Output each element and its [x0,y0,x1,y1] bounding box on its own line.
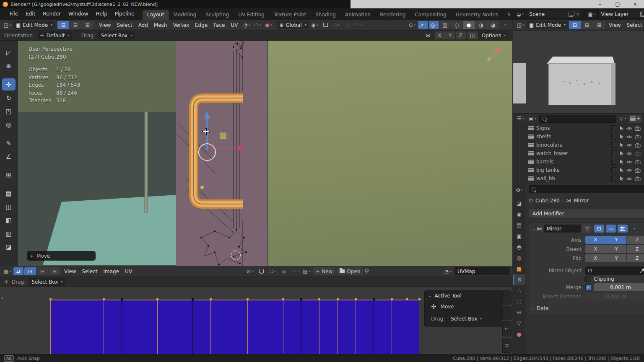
tool-select-box[interactable]: ◸ [2,47,16,59]
drag-setting-dropdown[interactable]: Select Box [99,31,135,39]
snap-target-dropdown[interactable]: ∷ [332,21,342,29]
uv-face-strip[interactable] [407,300,419,354]
menu-file[interactable]: File [6,8,22,20]
tool-rotate[interactable]: ↻ [2,92,16,104]
editor-type-uv-icon[interactable]: ▦ [3,267,13,275]
secondary-viewport[interactable] [513,31,644,113]
options-dropdown[interactable]: Options [479,31,508,39]
cursor-select-icon[interactable] [620,176,624,181]
uv-snap-toggle[interactable] [256,267,266,275]
particles-tab[interactable]: ∴ [513,285,525,296]
collapse-icon[interactable]: ⌄ [532,227,535,231]
new-view-layer-icon[interactable] [640,12,644,17]
snap-toggle[interactable] [321,21,331,29]
uv-face-strip[interactable] [122,300,157,354]
uv-vertex-dot[interactable] [406,298,408,300]
uv-sync-select-toggle[interactable]: ⇄ [13,267,23,275]
edge-select-mode-button[interactable]: ⊟ [581,21,593,29]
clipping-checkbox[interactable] [585,276,591,282]
tool-inset-faces[interactable]: ◫ [2,201,16,213]
uv-vertex-dot[interactable] [318,298,320,300]
eyedropper-icon[interactable] [640,268,644,273]
uv-vertex-dot[interactable] [355,298,357,300]
tool-measure[interactable]: ∠ [2,150,16,163]
flip-y-toggle[interactable]: Y [606,254,627,262]
visibility-dropdown[interactable]: ⊙ [407,21,417,29]
exclude-checkbox[interactable] [611,176,617,181]
uv-menu-view[interactable]: View [61,269,79,274]
viewport-menu-view[interactable]: View [96,22,114,28]
outliner-search-input[interactable] [539,115,616,123]
edge-select-mode-button[interactable]: ⊟ [70,21,81,29]
vertex-select-mode-button[interactable]: ⊡ [57,21,69,29]
uv-sidebar-tab-blank-0[interactable] [502,290,512,305]
collection-name[interactable]: shelfs [536,134,609,140]
workspace-tab-s[interactable]: S [503,10,515,20]
uv-vertex-dot[interactable] [373,298,375,300]
viewport-menu-uv[interactable]: UV [228,22,241,28]
uv-edge-select-button[interactable]: ⊟ [36,267,48,275]
collection-name[interactable]: big tanks [536,167,609,173]
uv-vertex-dot[interactable] [282,298,284,300]
proportional-falloff-dropdown[interactable]: ◠ [353,21,364,29]
exclude-checkbox[interactable] [611,125,617,131]
uv-face-strip[interactable] [104,300,122,354]
viewport-menu-select[interactable]: Select [114,22,135,28]
panel-grip-icon[interactable]: ∷ [495,294,498,298]
axis-nav-gizmo[interactable] [487,47,501,61]
image-browse-dropdown[interactable]: ▨ [301,267,312,275]
viewport-menu-edge[interactable]: Edge [192,22,210,28]
exclude-checkbox[interactable] [611,134,617,140]
cursor-select-icon[interactable] [620,134,624,139]
rendered-shading-button[interactable]: ◕ [487,21,499,29]
solid-shading-button[interactable]: ● [463,21,475,29]
gizmos-dropdown[interactable]: ↗ [418,21,428,29]
viewport-sidebar-toggle[interactable]: ‹ [509,52,511,59]
new-image-button[interactable]: + New [313,267,335,275]
physics-tab[interactable]: ◌ [513,296,525,307]
uv-vertex-dot[interactable] [210,298,212,300]
collection-name[interactable]: barrels [536,159,609,165]
vertex-select-mode-button[interactable]: ⊡ [569,21,581,29]
tool-loop-cut[interactable]: ▥ [2,228,16,240]
tool-tab[interactable]: ◪ [513,198,525,209]
view-layer-tab[interactable]: ▣ [513,231,525,241]
scene-browse-icon[interactable]: ◒ [515,10,525,18]
editor-type-properties-icon[interactable]: ⚙ [513,185,525,195]
shading-dropdown[interactable] [500,21,510,29]
workspace-tab-uv-editing[interactable]: UV Editing [234,10,269,20]
outliner-row-big-tanks[interactable]: big tanks [513,166,644,174]
camera-icon[interactable] [635,176,641,181]
eye-icon[interactable] [626,160,632,164]
uv-face-strip[interactable] [247,300,283,354]
flip-z-toggle[interactable]: Z [627,254,644,262]
pivot-point-dropdown[interactable]: ◉ [310,21,320,29]
symmetry-y-button[interactable]: Y [445,31,455,39]
cursor-select-icon[interactable] [620,159,624,164]
workspace-tab-geometry-nodes[interactable]: Geometry Nodes [451,10,503,20]
outliner-row-barrels[interactable]: barrels [513,158,644,166]
properties-search-input[interactable] [529,185,644,193]
bisect-y-toggle[interactable]: Y [606,245,627,253]
proportional-editing-toggle[interactable]: ○ [343,21,353,29]
cursor-select-icon[interactable] [620,168,624,173]
camera-icon[interactable] [635,126,641,131]
wireframe-shading-button[interactable]: ○ [451,21,462,29]
breadcrumb-modifier[interactable]: Mirror [574,198,589,204]
uv-vertex-dot[interactable] [156,298,158,300]
uv-face-select-button[interactable]: ⊞ [49,267,60,275]
viewport-menu-add[interactable]: Add [135,22,151,28]
show-in-viewport-toggle[interactable]: ▭ [606,225,616,233]
show-on-cage-toggle[interactable]: ▽ [582,225,592,233]
axis-y-toggle[interactable]: Y [606,236,627,244]
active-tool-drag-dropdown[interactable]: Select Box [448,315,498,323]
workspace-tab-animation[interactable]: Animation [340,10,375,20]
symmetry-x-button[interactable]: X [435,31,445,39]
uv-face-strip[interactable] [301,300,319,354]
uv-vertex-dot[interactable] [418,298,421,300]
eye-icon[interactable] [626,143,632,147]
collection-name[interactable]: wall_bb [536,176,609,181]
outliner-row-watch-tower[interactable]: watch_tower [513,149,644,158]
eye-icon[interactable] [626,134,632,139]
outliner-row-shelfs[interactable]: shelfs [513,132,644,141]
